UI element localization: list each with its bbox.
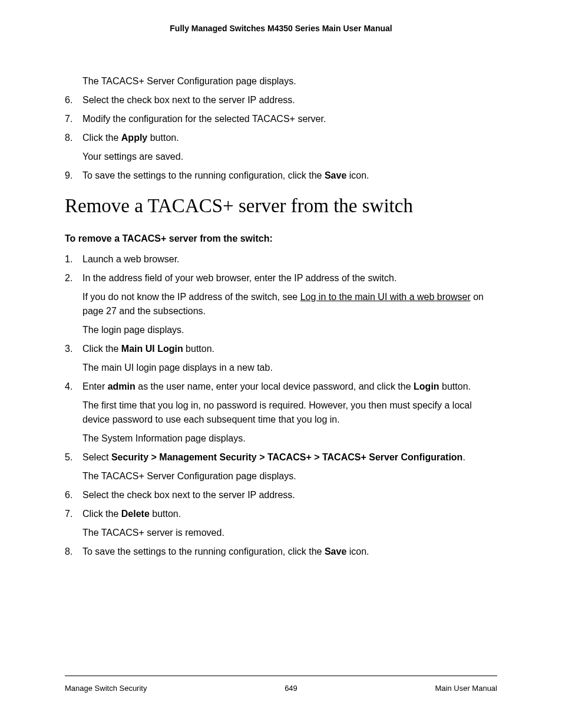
list-content: Launch a web browser. <box>82 252 497 266</box>
list-item: 8.To save the settings to the running co… <box>65 545 497 559</box>
step-paragraph: Your settings are saved. <box>82 150 497 164</box>
list-item: 7.Modify the configuration for the selec… <box>65 112 497 126</box>
step-paragraph: The login page displays. <box>82 323 497 337</box>
list-item: 5.Select Security > Management Security … <box>65 450 497 483</box>
footer-left: Manage Switch Security <box>65 684 147 693</box>
list-item: 3.Click the Main UI Login button.The mai… <box>65 342 497 375</box>
step-paragraph: The TACACS+ server is removed. <box>82 526 497 540</box>
footer-divider <box>65 676 497 676</box>
list-item: 6.Select the check box next to the serve… <box>65 93 497 107</box>
list-item: 8.Click the Apply button.Your settings a… <box>65 131 497 164</box>
list-number: 6. <box>65 93 82 107</box>
continuation-block: The TACACS+ Server Configuration page di… <box>65 74 497 183</box>
list-item: 6.Select the check box next to the serve… <box>65 488 497 502</box>
list-content: Click the Delete button.The TACACS+ serv… <box>82 507 497 540</box>
step-paragraph: The TACACS+ Server Configuration page di… <box>82 469 497 483</box>
list-item: 7.Click the Delete button.The TACACS+ se… <box>65 507 497 540</box>
list-content: Select the check box next to the server … <box>82 93 497 107</box>
list-number: 3. <box>65 342 82 375</box>
list-number: 2. <box>65 271 82 337</box>
step-paragraph: Click the Apply button. <box>82 131 497 145</box>
step-paragraph: Select the check box next to the server … <box>82 488 497 502</box>
list-item: 2.In the address field of your web brows… <box>65 271 497 337</box>
step-paragraph: To save the settings to the running conf… <box>82 545 497 559</box>
list-content: Select Security > Management Security > … <box>82 450 497 483</box>
list-content: Click the Apply button.Your settings are… <box>82 131 497 164</box>
list-number: 4. <box>65 380 82 446</box>
footer-right: Main User Manual <box>435 684 498 693</box>
list-number: 8. <box>65 131 82 164</box>
list-number: 7. <box>65 507 82 540</box>
list-item: 4.Enter admin as the user name, enter yo… <box>65 380 497 446</box>
steps-list-continuation: 6.Select the check box next to the serve… <box>65 93 497 183</box>
list-number: 7. <box>65 112 82 126</box>
list-content: To save the settings to the running conf… <box>82 545 497 559</box>
step-paragraph: Click the Delete button. <box>82 507 497 521</box>
step-paragraph: Launch a web browser. <box>82 252 497 266</box>
list-content: Enter admin as the user name, enter your… <box>82 380 497 446</box>
step-paragraph: In the address field of your web browser… <box>82 271 497 285</box>
section-subheading: To remove a TACACS+ server from the swit… <box>65 233 497 244</box>
list-item: 1.Launch a web browser. <box>65 252 497 266</box>
section-heading: Remove a TACACS+ server from the switch <box>65 195 497 218</box>
list-number: 1. <box>65 252 82 266</box>
list-content: In the address field of your web browser… <box>82 271 497 337</box>
page-footer: Manage Switch Security 649 Main User Man… <box>65 684 497 693</box>
list-content: Click the Main UI Login button.The main … <box>82 342 497 375</box>
step-paragraph: Enter admin as the user name, enter your… <box>82 380 497 394</box>
step-paragraph: The main UI login page displays in a new… <box>82 361 497 375</box>
document-header-title: Fully Managed Switches M4350 Series Main… <box>65 24 497 33</box>
list-number: 5. <box>65 450 82 483</box>
step-paragraph: If you do not know the IP address of the… <box>82 290 497 318</box>
intro-text: The TACACS+ Server Configuration page di… <box>82 74 497 88</box>
step-paragraph: Click the Main UI Login button. <box>82 342 497 356</box>
list-content: Modify the configuration for the selecte… <box>82 112 497 126</box>
steps-list-remove: 1.Launch a web browser.2.In the address … <box>65 252 497 559</box>
step-paragraph: Select Security > Management Security > … <box>82 450 497 465</box>
list-item: 9.To save the settings to the running co… <box>65 169 497 183</box>
list-number: 8. <box>65 545 82 559</box>
step-paragraph: Modify the configuration for the selecte… <box>82 112 497 126</box>
list-number: 9. <box>65 169 82 183</box>
step-paragraph: Select the check box next to the server … <box>82 93 497 107</box>
footer-page-number: 649 <box>285 684 297 693</box>
list-number: 6. <box>65 488 82 502</box>
list-content: To save the settings to the running conf… <box>82 169 497 183</box>
step-paragraph: To save the settings to the running conf… <box>82 169 497 183</box>
step-paragraph: The System Information page displays. <box>82 431 497 446</box>
step-paragraph: The first time that you log in, no passw… <box>82 398 497 427</box>
list-content: Select the check box next to the server … <box>82 488 497 502</box>
